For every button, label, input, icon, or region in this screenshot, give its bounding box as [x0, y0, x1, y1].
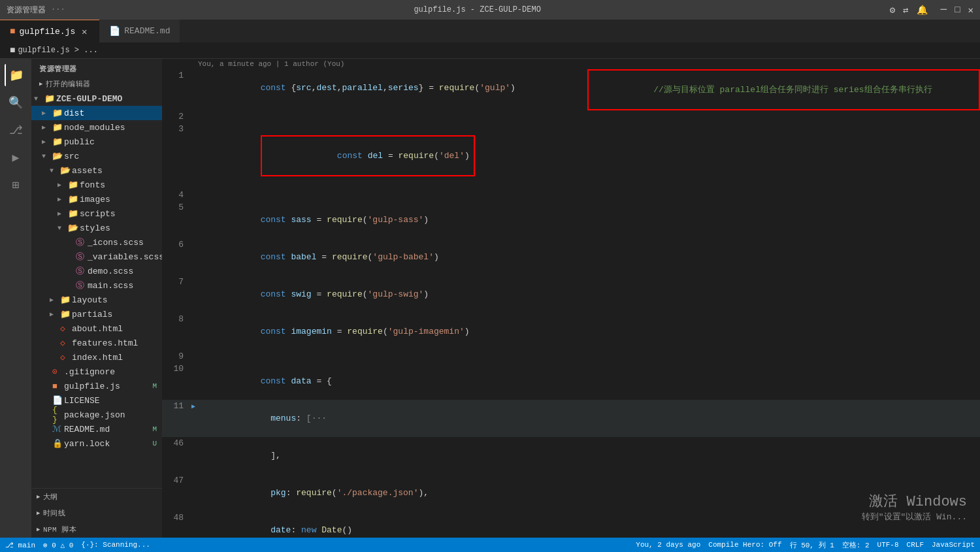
git-blame-status[interactable]: You, 2 days ago — [636, 541, 700, 549]
spaces-status[interactable]: 空格: 2 — [842, 540, 870, 550]
notification-icon[interactable]: 🔔 — [917, 5, 928, 16]
assets-arrow: ▼ — [50, 167, 60, 174]
yarn-lock-badge: U — [152, 440, 157, 447]
sidebar-item-icons-scss[interactable]: ▶ Ⓢ _icons.scss — [31, 235, 162, 250]
line-ending-status[interactable]: CRLF — [907, 541, 924, 549]
line-num-5: 5 — [162, 201, 191, 214]
settings-icon[interactable]: ⚙ — [890, 5, 895, 16]
status-bar-right: You, 2 days ago Compile Hero: Off 行 50, … — [636, 540, 975, 550]
readme-label: README.md — [64, 425, 110, 434]
sidebar-item-src[interactable]: ▼ 📂 src — [31, 149, 162, 163]
line-content-48: date: new Date() — [197, 511, 980, 538]
encoding-status[interactable]: UTF-8 — [877, 541, 899, 549]
line-num-9: 9 — [162, 350, 191, 363]
tab-readme[interactable]: 📄 README.md — [99, 20, 180, 42]
sidebar-item-variables-scss[interactable]: ▶ Ⓢ _variables.scss — [31, 250, 162, 264]
line-content-1-comment: //源与目标位置 parallel组合任务同时进行 series组合任务串行执行 — [587, 69, 981, 110]
gulpfile-icon: ■ — [52, 382, 64, 391]
line-content-3: const del = require('del') — [197, 123, 980, 189]
node-arrow: ▶ — [42, 123, 52, 131]
sidebar-item-license[interactable]: ▶ 📄 LICENSE — [31, 393, 162, 408]
error-status[interactable]: ⊗ 0 △ 0 — [43, 541, 73, 549]
open-editors-label: 打开的编辑器 — [46, 79, 91, 89]
minimize-icon[interactable]: ─ — [941, 4, 947, 16]
root-folder-icon: 📁 — [44, 93, 56, 104]
sidebar-item-styles[interactable]: ▼ 📂 styles — [31, 221, 162, 235]
sidebar-item-features-html[interactable]: ▶ ◇ features.html — [31, 336, 162, 350]
images-label: images — [80, 195, 110, 204]
public-label: public — [64, 137, 95, 147]
line-num-46: 46 — [162, 437, 191, 449]
line-content-11: menus: [··· — [197, 400, 980, 437]
gulp-breadcrumb-icon: ■ — [10, 45, 15, 56]
root-arrow: ▼ — [34, 95, 44, 103]
language-status[interactable]: JavaScript — [932, 541, 975, 549]
project-name: ZCE-GULP-DEMO — [56, 94, 122, 104]
tab-gulpfile[interactable]: ■ gulpfile.js ✕ — [0, 20, 99, 42]
gulpfile-badge: M — [152, 382, 157, 390]
features-html-label: features.html — [72, 338, 138, 348]
sidebar: 资源管理器 ▶ 打开的编辑器 ▼ 📁 ZCE-GULP-DEMO ▶ 📁 dis… — [31, 59, 162, 538]
editor-area: You, a minute ago | 1 author (You) 1 con… — [162, 59, 980, 538]
sidebar-item-partials[interactable]: ▶ 📁 partials — [31, 307, 162, 321]
code-line-5: 5 const sass = require('gulp-sass') — [162, 201, 980, 238]
readme-file-icon: 📄 — [109, 25, 120, 37]
line-num-47: 47 — [162, 474, 191, 487]
npm-panel[interactable]: ▶ NPM 脚本 — [31, 521, 162, 538]
sidebar-title: 资源管理器 — [31, 59, 162, 76]
sidebar-item-gitignore[interactable]: ▶ ⊙ .gitignore — [31, 365, 162, 379]
close-icon[interactable]: ✕ — [968, 5, 973, 16]
branch-status[interactable]: ⎇ main — [5, 541, 35, 549]
sidebar-item-public[interactable]: ▶ 📁 public — [31, 135, 162, 149]
sidebar-item-yarn-lock[interactable]: ▶ 🔒 yarn.lock U — [31, 436, 162, 451]
git-icon[interactable]: ⎇ — [5, 119, 27, 141]
code-line-1: 1 const {src,dest,parallel,series} = req… — [162, 69, 980, 110]
sidebar-item-assets[interactable]: ▼ 📂 assets — [31, 163, 162, 178]
extensions-icon[interactable]: ⊞ — [5, 174, 27, 196]
compile-hero-status[interactable]: Compile Hero: Off — [708, 541, 781, 549]
tab-readme-label: README.md — [124, 26, 170, 36]
remote-icon[interactable]: ⇄ — [903, 5, 908, 16]
sidebar-item-layouts[interactable]: ▶ 📁 layouts — [31, 293, 162, 307]
sidebar-item-demo-scss[interactable]: ▶ Ⓢ demo.scss — [31, 264, 162, 278]
gulp-file-icon: ■ — [10, 26, 15, 37]
code-line-2: 2 — [162, 110, 980, 123]
images-folder-icon: 📁 — [68, 194, 80, 204]
tab-gulpfile-close[interactable]: ✕ — [79, 26, 90, 37]
readme-badge: M — [152, 425, 157, 433]
assets-label: assets — [72, 166, 103, 176]
sidebar-item-scripts[interactable]: ▶ 📁 scripts — [31, 206, 162, 221]
layouts-folder-icon: 📁 — [60, 295, 72, 305]
open-editors-header[interactable]: ▶ 打开的编辑器 — [31, 76, 162, 91]
gulpfile-label: gulpfile.js — [64, 382, 120, 391]
scripts-folder-icon: 📁 — [68, 208, 80, 219]
explorer-icon[interactable]: 📁 — [5, 64, 27, 86]
sidebar-item-package-json[interactable]: ▶ { } package.json — [31, 408, 162, 422]
sidebar-item-node-modules[interactable]: ▶ 📁 node_modules — [31, 120, 162, 135]
sidebar-item-readme[interactable]: ▶ ℳ README.md M — [31, 422, 162, 436]
package-json-label: package.json — [64, 410, 125, 420]
timeline-arrow: ▶ — [37, 510, 41, 517]
sidebar-item-images[interactable]: ▶ 📁 images — [31, 192, 162, 206]
timeline-panel[interactable]: ▶ 时间线 — [31, 505, 162, 521]
sidebar-item-gulpfile[interactable]: ▶ ■ gulpfile.js M — [31, 379, 162, 393]
code-editor[interactable]: 1 const {src,dest,parallel,series} = req… — [162, 69, 980, 538]
project-root[interactable]: ▼ 📁 ZCE-GULP-DEMO — [31, 91, 162, 106]
sidebar-item-fonts[interactable]: ▶ 📁 fonts — [31, 178, 162, 192]
run-icon[interactable]: ▶ — [5, 146, 27, 169]
maximize-icon[interactable]: □ — [955, 5, 960, 15]
scripts-label: scripts — [80, 209, 116, 219]
title-bar-more[interactable]: ··· — [51, 5, 65, 14]
line-col-status[interactable]: 行 50, 列 1 — [790, 540, 834, 550]
code-line-7: 7 const swig = require('gulp-swig') — [162, 276, 980, 313]
partials-folder-icon: 📁 — [60, 309, 72, 319]
outline-panel[interactable]: ▶ 大纲 — [31, 489, 162, 505]
sidebar-item-dist[interactable]: ▶ 📁 dist — [31, 106, 162, 120]
file-tree: ▼ 📁 ZCE-GULP-DEMO ▶ 📁 dist ▶ 📁 node_modu… — [31, 91, 162, 488]
sidebar-item-about-html[interactable]: ▶ ◇ about.html — [31, 321, 162, 336]
code-line-3: 3 const del = require('del') — [162, 123, 980, 189]
sidebar-item-main-scss[interactable]: ▶ Ⓢ main.scss — [31, 278, 162, 293]
sidebar-bottom: ▶ 大纲 ▶ 时间线 ▶ NPM 脚本 — [31, 488, 162, 538]
sidebar-item-index-html[interactable]: ▶ ◇ index.html — [31, 350, 162, 365]
search-icon[interactable]: 🔍 — [5, 91, 27, 114]
